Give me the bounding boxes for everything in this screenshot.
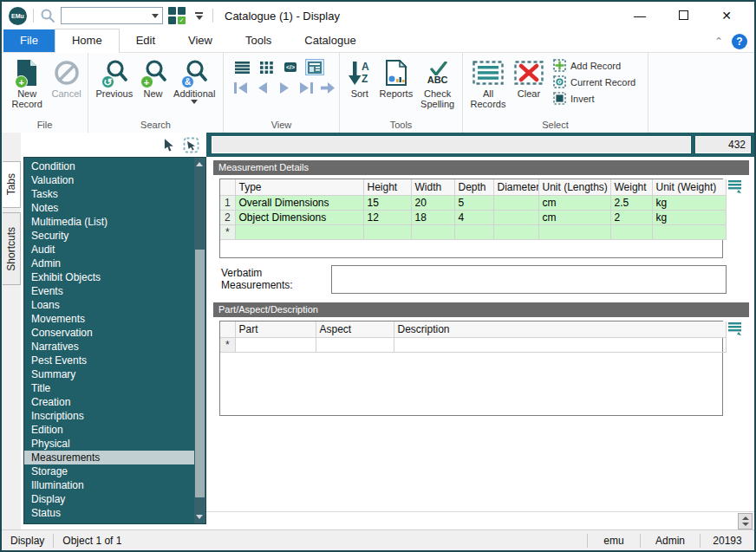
- table-new-row[interactable]: *: [220, 224, 726, 239]
- sidebar-item-events[interactable]: Events: [24, 284, 205, 298]
- sidebar-scrollbar[interactable]: [194, 158, 205, 523]
- col-part[interactable]: Part: [235, 321, 316, 337]
- cell[interactable]: [411, 224, 454, 239]
- new-record-button[interactable]: + New Record: [5, 55, 49, 109]
- tab-view[interactable]: View: [172, 29, 229, 52]
- last-record-button[interactable]: [297, 81, 314, 94]
- tab-catalogue[interactable]: Catalogue: [288, 29, 372, 52]
- scroll-down-icon[interactable]: [196, 515, 203, 519]
- col-diameter[interactable]: Diameter: [493, 179, 538, 195]
- cell[interactable]: 18: [411, 210, 454, 224]
- clear-selection-button[interactable]: Clear: [510, 55, 548, 99]
- cell[interactable]: 2.5: [610, 195, 652, 210]
- drag-select-icon[interactable]: [183, 137, 199, 153]
- sidebar-item-storage[interactable]: Storage: [24, 464, 205, 478]
- goto-record-button[interactable]: [319, 81, 336, 94]
- sidebar-item-conservation[interactable]: Conservation: [24, 326, 205, 340]
- col-description[interactable]: Description: [394, 321, 726, 337]
- col-unit-weight[interactable]: Unit (Weight): [652, 179, 726, 195]
- cell[interactable]: 12: [363, 210, 411, 224]
- sidebar-item-pest-events[interactable]: Pest Events: [24, 354, 205, 367]
- sidebar-item-notes[interactable]: Notes: [24, 201, 205, 215]
- rail-tab-shortcuts[interactable]: Shortcuts: [3, 212, 21, 285]
- sidebar-item-tasks[interactable]: Tasks: [24, 187, 205, 201]
- sidebar-item-status[interactable]: Status: [24, 506, 205, 520]
- summary-field[interactable]: [212, 136, 691, 153]
- rail-tab-tabs[interactable]: Tabs: [3, 161, 21, 208]
- record-count-field[interactable]: 432: [695, 136, 751, 153]
- sidebar-item-valuation[interactable]: Valuation: [24, 173, 205, 187]
- cancel-button[interactable]: Cancel: [49, 55, 84, 99]
- sidebar-item-title[interactable]: Title: [24, 381, 205, 395]
- spin-up-icon[interactable]: [742, 516, 749, 520]
- previous-search-button[interactable]: ↺ Previous: [92, 55, 137, 99]
- col-type[interactable]: Type: [235, 179, 363, 195]
- verbatim-measurements-input[interactable]: [331, 265, 727, 294]
- cell[interactable]: 20: [411, 195, 454, 210]
- col-weight[interactable]: Weight: [610, 179, 652, 195]
- cell[interactable]: Object Dimensions: [235, 210, 363, 224]
- scroll-up-icon[interactable]: [196, 162, 203, 166]
- cell[interactable]: [493, 224, 538, 239]
- part-aspect-grid[interactable]: Part Aspect Description *: [219, 321, 723, 416]
- grid-tools-icon[interactable]: [728, 322, 742, 341]
- select-current-record-button[interactable]: Current Record: [553, 75, 635, 88]
- first-record-button[interactable]: [232, 81, 249, 94]
- spin-down-icon[interactable]: [742, 523, 749, 526]
- next-record-button[interactable]: [276, 81, 292, 94]
- close-button[interactable]: ✕: [718, 9, 735, 23]
- cell[interactable]: kg: [652, 195, 726, 210]
- cell[interactable]: [316, 337, 394, 352]
- new-search-button[interactable]: + New: [137, 55, 170, 99]
- sidebar-item-security[interactable]: Security: [24, 229, 205, 243]
- details-view-button[interactable]: [305, 59, 324, 75]
- contact-sheet-view-button[interactable]: [257, 59, 276, 75]
- cell[interactable]: [610, 224, 652, 239]
- cell[interactable]: cm: [538, 195, 610, 210]
- sidebar-item-admin[interactable]: Admin: [24, 257, 205, 270]
- table-row[interactable]: 1 Overall Dimensions 15 20 5 cm 2.5 kg: [220, 195, 726, 210]
- sidebar-item-exhibit-objects[interactable]: Exhibit Objects: [24, 270, 205, 284]
- tab-edit[interactable]: Edit: [120, 29, 172, 52]
- select-arrow-icon[interactable]: [162, 138, 176, 152]
- cell[interactable]: 4: [454, 210, 493, 224]
- cell[interactable]: [493, 210, 538, 224]
- cell[interactable]: 15: [363, 195, 411, 210]
- reports-button[interactable]: Reports: [375, 55, 416, 99]
- select-invert-button[interactable]: Invert: [553, 92, 635, 105]
- table-new-row[interactable]: *: [220, 337, 726, 352]
- sidebar-item-loans[interactable]: Loans: [24, 298, 205, 312]
- col-depth[interactable]: Depth: [454, 179, 493, 195]
- cell[interactable]: Overall Dimensions: [235, 195, 363, 210]
- additional-search-button[interactable]: & Additional: [169, 55, 219, 104]
- col-width[interactable]: Width: [411, 179, 454, 195]
- sidebar-item-display[interactable]: Display: [24, 492, 205, 506]
- maximize-button[interactable]: [675, 9, 692, 23]
- page-source-view-button[interactable]: </>: [281, 59, 300, 75]
- sidebar-item-summary[interactable]: Summary: [24, 367, 205, 381]
- page-spinner[interactable]: [738, 513, 753, 529]
- cell[interactable]: kg: [652, 210, 726, 224]
- quick-search-combobox[interactable]: [61, 7, 163, 24]
- all-records-button[interactable]: All Records: [466, 55, 510, 109]
- col-unit-lengths[interactable]: Unit (Lengths): [538, 179, 610, 195]
- sidebar-item-inscriptions[interactable]: Inscriptions: [24, 409, 205, 423]
- tab-file[interactable]: File: [3, 29, 55, 52]
- cell[interactable]: [394, 337, 726, 352]
- minimize-button[interactable]: —: [631, 9, 648, 23]
- sidebar-item-narratives[interactable]: Narratives: [24, 340, 205, 354]
- cell[interactable]: [235, 224, 363, 239]
- table-row[interactable]: 2 Object Dimensions 12 18 4 cm 2 kg: [220, 210, 726, 224]
- sidebar-item-audit[interactable]: Audit: [24, 243, 205, 257]
- col-aspect[interactable]: Aspect: [316, 321, 394, 337]
- scroll-thumb[interactable]: [195, 250, 205, 498]
- module-dropdown-button[interactable]: [195, 12, 203, 20]
- previous-record-button[interactable]: [254, 81, 270, 94]
- grid-tools-icon[interactable]: [728, 180, 742, 199]
- check-spelling-button[interactable]: ABC Check Spelling: [416, 55, 459, 109]
- cell[interactable]: [235, 337, 316, 352]
- cell[interactable]: 2: [610, 210, 652, 224]
- sort-button[interactable]: AZ Sort: [343, 55, 375, 99]
- tab-home[interactable]: Home: [55, 29, 120, 53]
- sidebar-item-edition[interactable]: Edition: [24, 423, 205, 437]
